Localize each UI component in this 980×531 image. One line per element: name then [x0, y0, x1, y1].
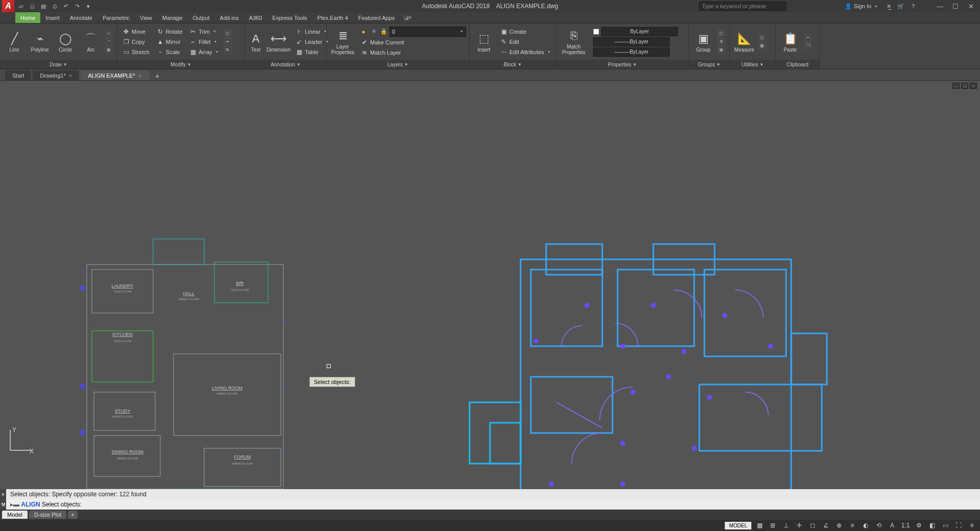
move-button[interactable]: ✥Move: [120, 27, 152, 36]
window-minimize-button[interactable]: —: [934, 1, 946, 11]
text-button[interactable]: AText: [248, 31, 263, 53]
app-menu-button[interactable]: A: [2, 0, 14, 12]
tab-express-tools[interactable]: Express Tools: [267, 12, 312, 23]
filetab-start[interactable]: Start: [5, 70, 32, 80]
status-dyn-icon[interactable]: ⊕: [834, 521, 844, 530]
status-customize-icon[interactable]: ≡: [967, 521, 977, 530]
table-button[interactable]: ▦Table: [293, 47, 331, 57]
stretch-button[interactable]: ▭Stretch: [120, 47, 152, 57]
make-current-button[interactable]: ✔Make Current: [359, 38, 406, 47]
copy-clip-icon[interactable]: ❐: [804, 42, 812, 50]
save-icon[interactable]: ▤: [39, 2, 48, 11]
match-properties-button[interactable]: ⎘Match Properties: [559, 28, 588, 55]
status-ortho-icon[interactable]: ⊥: [781, 521, 791, 530]
status-transp-icon[interactable]: ◐: [861, 521, 871, 530]
util-misc2-icon[interactable]: ▦: [758, 42, 766, 50]
tab-insert[interactable]: Insert: [40, 12, 65, 23]
cmd-handle-icon[interactable]: ⚒: [0, 499, 6, 510]
open-icon[interactable]: ⌸: [28, 2, 37, 11]
scale-button[interactable]: ▫Scale: [155, 47, 184, 57]
tab-home[interactable]: Home: [15, 12, 40, 23]
group-button[interactable]: ▣Group: [692, 31, 715, 53]
drawing-viewport[interactable]: — ☐ × LAUNDRYTILE FLOOR HALL HRWD FLOOR …: [0, 81, 980, 489]
layer-properties-button[interactable]: ≣Layer Properties: [330, 28, 356, 55]
util-misc1-icon[interactable]: ◫: [758, 34, 766, 41]
modify-misc2-icon[interactable]: ⇴: [224, 38, 231, 45]
copy-button[interactable]: ❐Copy: [120, 37, 152, 46]
leader-button[interactable]: ↙Leader▼: [293, 37, 331, 46]
arc-button[interactable]: ⌒Arc: [80, 31, 102, 53]
modify-misc1-icon[interactable]: ◫: [224, 30, 231, 37]
close-icon[interactable]: ×: [138, 73, 141, 79]
search-input[interactable]: Type a keyword or phrase: [699, 2, 786, 11]
status-full-icon[interactable]: ⛶: [953, 521, 964, 530]
rotate-button[interactable]: ↻Rotate: [155, 27, 184, 36]
status-polar-icon[interactable]: ✛: [794, 521, 804, 530]
panel-groups-title[interactable]: Groups▼: [689, 60, 729, 69]
filetab-drawing1[interactable]: Drawing1*×: [33, 70, 80, 80]
status-anno-icon[interactable]: A: [887, 521, 897, 530]
draw-rect-icon[interactable]: ▭: [105, 30, 112, 37]
status-clean-icon[interactable]: ▭: [940, 521, 950, 530]
status-grid-icon[interactable]: ▦: [754, 521, 765, 530]
cmdhist-close-icon[interactable]: ×: [0, 489, 6, 499]
panel-layers-title[interactable]: Layers▼: [327, 60, 469, 69]
mirror-button[interactable]: ▲Mirror: [155, 37, 184, 46]
status-lw-icon[interactable]: ≡: [847, 521, 857, 530]
dimension-button[interactable]: ⟷Dimension: [266, 31, 290, 53]
draw-hatch-icon[interactable]: ▦: [105, 46, 112, 54]
array-button[interactable]: ▦Array▼: [187, 47, 220, 57]
color-selector[interactable]: ByLayer: [591, 27, 680, 36]
window-maximize-button[interactable]: ☐: [949, 1, 962, 11]
polyline-button[interactable]: ⌁Polyline: [29, 31, 51, 53]
tab-manage[interactable]: Manage: [157, 12, 188, 23]
vp-close-icon[interactable]: ×: [970, 83, 977, 89]
insert-block-button[interactable]: ⬚Insert: [473, 31, 495, 53]
close-icon[interactable]: ×: [69, 73, 72, 79]
measure-button[interactable]: 📐Measure: [733, 31, 755, 53]
add-file-tab-button[interactable]: +: [152, 72, 162, 80]
signin-button[interactable]: 👤 Sign In ▼: [842, 2, 881, 11]
linear-button[interactable]: ⊦Linear▼: [293, 27, 331, 36]
tab-plexearth[interactable]: Plex.Earth 4: [312, 12, 353, 23]
layer-lock-icon[interactable]: 🔒: [379, 27, 388, 36]
tab-fold-icon[interactable]: ◪▾: [404, 12, 412, 23]
panel-block-title[interactable]: Block▼: [470, 60, 556, 69]
redo-icon[interactable]: ↷: [72, 2, 82, 11]
panel-modify-title[interactable]: Modify▼: [117, 60, 244, 69]
status-track-icon[interactable]: ∠: [821, 521, 831, 530]
new-icon[interactable]: ▱: [16, 2, 26, 11]
tab-parametric[interactable]: Parametric: [97, 12, 135, 23]
modify-misc3-icon[interactable]: ⊞: [224, 46, 231, 54]
block-edit-attr-button[interactable]: ⋯Edit Attributes▼: [498, 47, 553, 57]
trim-button[interactable]: ✂Trim▼: [187, 27, 220, 36]
layer-selector[interactable]: 0 ▼: [389, 27, 466, 37]
tab-annotate[interactable]: Annotate: [65, 12, 97, 23]
vp-minimize-icon[interactable]: —: [952, 83, 960, 89]
fillet-button[interactable]: ⌐Fillet▼: [187, 37, 220, 46]
command-line[interactable]: ⚒ ▸▬ ALIGN Select objects:: [0, 499, 980, 510]
panel-properties-title[interactable]: Properties▼: [556, 60, 689, 69]
layout-tab-model[interactable]: Model: [2, 511, 28, 519]
filetab-align-example[interactable]: ALIGN EXAMPLE*×: [81, 70, 149, 80]
tab-a360[interactable]: A360: [244, 12, 267, 23]
layer-freeze-icon[interactable]: ❄: [369, 27, 378, 36]
layer-bulb-icon[interactable]: ●: [359, 27, 368, 36]
status-snap-icon[interactable]: ⊞: [768, 521, 778, 530]
undo-icon[interactable]: ↶: [61, 2, 70, 11]
print-icon[interactable]: ⎙: [50, 2, 59, 11]
group-misc3-icon[interactable]: ▦: [718, 46, 725, 54]
block-edit-button[interactable]: ✎Edit: [498, 37, 553, 46]
group-misc2-icon[interactable]: ⊞: [718, 38, 725, 45]
tab-output[interactable]: Output: [188, 12, 215, 23]
draw-ellipse-icon[interactable]: ◠: [105, 38, 112, 45]
status-gear-icon[interactable]: ⚙: [914, 521, 924, 530]
cut-icon[interactable]: ✂: [804, 34, 812, 41]
layout-tab-add-button[interactable]: +: [68, 511, 78, 519]
layout-tab-dsize-plot[interactable]: D-size Plot: [29, 511, 67, 519]
cart-icon[interactable]: 🛒: [896, 2, 905, 11]
status-iso-icon[interactable]: ◧: [927, 521, 937, 530]
panel-utilities-title[interactable]: Utilities▼: [730, 60, 775, 69]
lineweight-selector[interactable]: ——— ByLayer: [591, 37, 680, 46]
qat-dropdown-icon[interactable]: ▾: [84, 2, 93, 11]
